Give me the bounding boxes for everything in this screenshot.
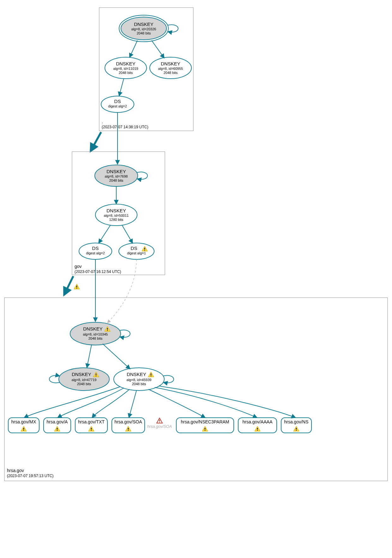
node-root-ds: DS digest alg=2 (101, 96, 134, 112)
svg-text:DNSKEY: DNSKEY (134, 21, 154, 27)
edge-rootzsk1-ds (119, 78, 124, 96)
edge-rootksk-zsk1 (130, 40, 137, 58)
svg-text:2048 bits: 2048 bits (164, 71, 178, 75)
node-root-zsk1: DNSKEY alg=8, id=11019 2048 bits (105, 57, 147, 79)
zone-root-time: (2023-07-07 14:38:19 UTC) (102, 125, 148, 129)
rrset-nsec3param: hrsa.gov/NSEC3PARAM (176, 418, 234, 433)
warning-icon (74, 284, 80, 289)
rrset-txt: hrsa.gov/TXT (75, 418, 107, 433)
svg-text:2048 bits: 2048 bits (119, 71, 133, 75)
node-hrsa-ksk: DNSKEY alg=8, id=10345 2048 bits (70, 322, 121, 345)
edge-root-ksk-self (167, 25, 178, 32)
edge-hrsaksk-zsk2 (103, 344, 130, 369)
edge-zsk2-soa (129, 391, 136, 418)
svg-text:hrsa.gov/NS: hrsa.gov/NS (284, 419, 308, 424)
svg-text:hrsa.gov/SOA: hrsa.gov/SOA (114, 419, 142, 424)
svg-text:2048 bits: 2048 bits (137, 31, 151, 35)
edge-hrsaksk-zsk1 (87, 344, 92, 368)
edge-govds2-hrsaksk (107, 259, 136, 323)
edge-govzsk-ds2 (122, 225, 133, 243)
svg-text:alg=8, id=11019: alg=8, id=11019 (113, 67, 138, 70)
edge-zsk2-aaaa (155, 387, 257, 418)
edge-hrsazsk2-self (163, 375, 174, 383)
zone-root-title: . (102, 119, 103, 124)
svg-text:2048 bits: 2048 bits (88, 337, 103, 340)
edge-zsk2-a (57, 388, 124, 418)
svg-text:DNSKEY: DNSKEY (106, 169, 126, 174)
svg-text:DNSKEY: DNSKEY (116, 61, 136, 66)
zone-gov-time: (2023-07-07 16:12:54 UTC) (75, 270, 121, 274)
svg-text:alg=8, id=20326: alg=8, id=20326 (131, 27, 156, 31)
node-root-ksk: DNSKEY alg=8, id=20326 2048 bits (119, 15, 168, 42)
svg-text:hrsa.gov/SOA: hrsa.gov/SOA (147, 424, 172, 429)
svg-text:alg=8, id=47719: alg=8, id=47719 (72, 378, 97, 382)
rrset-soa: hrsa.gov/SOA (112, 418, 145, 433)
rrset-a: hrsa.gov/A (44, 418, 71, 433)
svg-text:DNSKEY: DNSKEY (72, 372, 91, 377)
edge-hrsazsk1-self (49, 375, 60, 383)
svg-text:DS: DS (92, 246, 99, 251)
svg-text:hrsa.gov/A: hrsa.gov/A (47, 419, 68, 424)
node-gov-ds2: DS digest alg=1 (119, 243, 154, 259)
rrset-aaaa: hrsa.gov/AAAA (238, 418, 277, 433)
edge-zsk2-ns (160, 386, 296, 418)
edge-zsk2-mx (24, 387, 120, 418)
node-hrsa-zsk2: DNSKEY alg=8, id=45939 2048 bits (114, 368, 164, 391)
edge-deleg-gov-hrsa (64, 276, 73, 295)
svg-text:hrsa.gov/TXT: hrsa.gov/TXT (78, 419, 105, 424)
error-icon (157, 418, 162, 423)
svg-text:DNSKEY: DNSKEY (127, 372, 146, 377)
svg-text:DNSKEY: DNSKEY (83, 326, 103, 331)
svg-text:2048 bits: 2048 bits (109, 179, 124, 182)
edge-zsk2-nsec (148, 389, 205, 418)
edge-govzsk-ds1 (99, 225, 111, 243)
svg-text:digest alg=2: digest alg=2 (108, 104, 127, 108)
svg-text:digest alg=1: digest alg=1 (127, 251, 146, 255)
svg-text:1280 bits: 1280 bits (109, 218, 124, 221)
edge-deleg-root-gov (91, 132, 101, 151)
svg-text:alg=8, id=7698: alg=8, id=7698 (105, 174, 128, 178)
svg-text:alg=8, id=45939: alg=8, id=45939 (127, 378, 152, 382)
svg-text:2048 bits: 2048 bits (132, 382, 146, 386)
svg-text:2048 bits: 2048 bits (77, 382, 91, 386)
node-gov-ksk: DNSKEY alg=8, id=7698 2048 bits (95, 165, 138, 186)
svg-text:DS: DS (131, 246, 137, 251)
svg-text:digest alg=2: digest alg=2 (86, 251, 105, 255)
zone-hrsa-time: (2023-07-07 19:57:13 UTC) (7, 474, 53, 478)
rrset-soa-insecure: hrsa.gov/SOA (147, 418, 172, 429)
svg-text:hrsa.gov/AAAA: hrsa.gov/AAAA (243, 419, 273, 424)
zone-hrsa-title: hrsa.gov (7, 468, 24, 473)
zone-hrsa (4, 298, 388, 481)
edge-govksk-self (137, 172, 148, 179)
svg-text:hrsa.gov/MX: hrsa.gov/MX (11, 419, 36, 424)
node-gov-ds1: DS digest alg=2 (79, 243, 112, 259)
svg-text:hrsa.gov/NSEC3PARAM: hrsa.gov/NSEC3PARAM (181, 419, 229, 424)
svg-text:DNSKEY: DNSKEY (161, 61, 180, 66)
svg-text:DS: DS (114, 99, 121, 104)
rrset-mx: hrsa.gov/MX (8, 418, 39, 433)
node-hrsa-zsk1: DNSKEY alg=8, id=47719 2048 bits (59, 368, 109, 391)
svg-text:alg=8, id=60955: alg=8, id=60955 (158, 67, 183, 70)
edge-hrsaksk-self (119, 330, 130, 337)
rrset-ns: hrsa.gov/NS (281, 418, 311, 433)
svg-text:DNSKEY: DNSKEY (106, 208, 126, 213)
node-gov-zsk: DNSKEY alg=8, id=50011 1280 bits (95, 204, 137, 226)
edge-rootksk-zsk2 (152, 40, 164, 58)
node-root-zsk2: DNSKEY alg=8, id=60955 2048 bits (150, 57, 191, 79)
dnssec-graph: . (2023-07-07 14:38:19 UTC) DNSKEY alg=8… (0, 0, 392, 558)
svg-text:alg=8, id=10345: alg=8, id=10345 (83, 332, 108, 336)
svg-text:alg=8, id=50011: alg=8, id=50011 (104, 214, 129, 217)
edge-zsk2-txt (92, 389, 130, 418)
zone-gov-title: gov (75, 264, 82, 269)
